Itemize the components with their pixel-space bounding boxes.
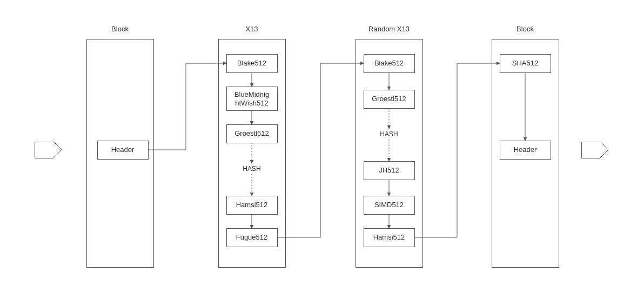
node-fugue-c2: Fugue512 — [226, 228, 277, 247]
flow-in-icon — [35, 142, 62, 158]
svg-text:Blake512: Blake512 — [374, 59, 404, 67]
svg-text:Header: Header — [514, 145, 537, 154]
node-blake-c2: Blake512 — [226, 54, 277, 72]
svg-text:Fugue512: Fugue512 — [236, 233, 268, 241]
edge-c2-to-c3 — [277, 63, 364, 237]
edge-c3-to-c4 — [414, 63, 500, 237]
node-groestl-c3: Groestl512 — [364, 90, 414, 108]
svg-text:Blake512: Blake512 — [237, 59, 266, 67]
svg-text:Hamsi512: Hamsi512 — [373, 233, 405, 241]
node-header-right: Header — [500, 141, 551, 159]
svg-text:Groestl512: Groestl512 — [372, 95, 406, 103]
node-sha-c4: SHA512 — [500, 54, 551, 72]
col3-title: Random X13 — [368, 25, 410, 33]
node-hamsi-c3: Hamsi512 — [364, 228, 414, 247]
diagram-canvas: Block Header X13 Blake512 BlueMidnig htW… — [0, 0, 644, 298]
node-groestl-c2: Groestl512 — [226, 124, 277, 143]
col1-title: Block — [111, 25, 129, 33]
svg-text:Groestl512: Groestl512 — [234, 129, 269, 137]
node-bmw-c2: BlueMidnig htWish512 — [226, 87, 277, 110]
svg-text:BlueMidnig: BlueMidnig — [234, 90, 269, 98]
svg-text:SHA512: SHA512 — [512, 59, 538, 67]
col4-title: Block — [516, 25, 534, 33]
edge-c1-to-c2 — [148, 63, 226, 150]
flow-out-icon — [581, 142, 608, 158]
svg-text:JH512: JH512 — [379, 166, 399, 174]
hash-label-c3: HASH — [380, 130, 398, 138]
svg-marker-28 — [581, 142, 608, 158]
svg-text:htWish512: htWish512 — [235, 99, 268, 107]
col2-title: X13 — [245, 25, 258, 33]
node-blake-c3: Blake512 — [364, 54, 414, 72]
svg-text:Header: Header — [111, 145, 135, 154]
node-hamsi-c2: Hamsi512 — [226, 196, 277, 214]
svg-text:SIMD512: SIMD512 — [374, 201, 404, 209]
node-header-left: Header — [97, 141, 148, 159]
svg-text:Hamsi512: Hamsi512 — [236, 201, 268, 209]
node-simd-c3: SIMD512 — [364, 196, 414, 214]
svg-marker-0 — [35, 142, 62, 158]
hash-label-c2: HASH — [243, 165, 260, 173]
node-jh-c3: JH512 — [364, 161, 414, 180]
